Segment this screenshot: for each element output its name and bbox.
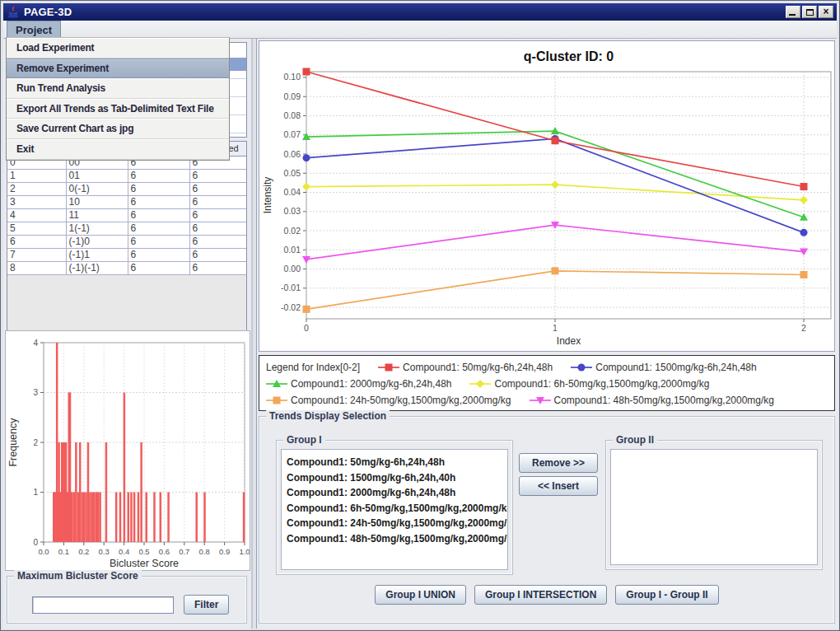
legend-entry-label: Compound1: 24h-50mg/kg,1500mg/kg,2000mg/… xyxy=(291,393,511,408)
group1-item[interactable]: Compound1: 24h-50mg/kg,1500mg/kg,2000mg/… xyxy=(287,516,507,531)
legend-marker-icon xyxy=(378,362,399,372)
svg-text:Bicluster Score: Bicluster Score xyxy=(110,558,179,569)
pattern-row[interactable]: 8(-1)(-1)66 xyxy=(7,261,247,274)
svg-text:0.6: 0.6 xyxy=(159,547,170,556)
right-panel: q-Cluster ID: 00.100.090.080.070.060.050… xyxy=(256,39,838,629)
svg-text:0.01: 0.01 xyxy=(284,245,301,255)
minimize-button[interactable] xyxy=(786,6,800,18)
legend-marker-icon xyxy=(530,395,551,405)
svg-text:0.2: 0.2 xyxy=(78,547,89,556)
menu-bar: Project xyxy=(3,21,837,39)
legend-entry: Compound1: 24h-50mg/kg,1500mg/kg,2000mg/… xyxy=(266,393,511,408)
java-cup-icon xyxy=(7,6,20,19)
svg-text:0.05: 0.05 xyxy=(284,168,301,178)
svg-text:2: 2 xyxy=(801,323,806,333)
svg-text:0.00: 0.00 xyxy=(284,264,301,273)
trend-chart-panel: q-Cluster ID: 00.100.090.080.070.060.050… xyxy=(259,40,835,352)
legend-entry: Compound1: 6h-50mg/kg,1500mg/kg,2000mg/k… xyxy=(469,376,709,391)
legend-entry-label: Compound1: 1500mg/kg-6h,24h,48h xyxy=(595,360,756,375)
remove-button[interactable]: Remove >> xyxy=(519,453,598,473)
legend-entry: Compound1: 50mg/kg-6h,24h,48h xyxy=(378,360,553,375)
menu-item-remove-experiment[interactable]: Remove Experiment xyxy=(7,58,229,79)
svg-text:0.02: 0.02 xyxy=(284,226,301,236)
minimize-icon xyxy=(789,14,796,16)
svg-text:Intensity: Intensity xyxy=(262,177,273,214)
close-icon: × xyxy=(823,7,828,16)
legend-marker-icon xyxy=(266,379,287,389)
pattern-row[interactable]: 51(-1)66 xyxy=(7,222,247,235)
svg-text:0.07: 0.07 xyxy=(284,129,301,139)
pattern-row[interactable]: 20(-1)66 xyxy=(7,182,247,195)
legend-entry: Compound1: 1500mg/kg-6h,24h,48h xyxy=(571,360,756,375)
pattern-row[interactable]: 41166 xyxy=(7,208,247,222)
svg-text:1: 1 xyxy=(33,488,38,497)
legend-entry-label: Compound1: 48h-50mg/kg,1500mg/kg,2000mg/… xyxy=(554,393,775,408)
svg-text:3: 3 xyxy=(33,388,38,397)
pattern-row[interactable]: 6(-1)066 xyxy=(7,235,247,248)
pattern-table: ed 000661016620(-1)66310664116651(-1)666… xyxy=(7,142,247,275)
group1-item[interactable]: Compound1: 2000mg/kg-6h,24h,48h xyxy=(287,485,507,501)
svg-text:0.3: 0.3 xyxy=(99,547,110,556)
group1-minus-group2-button[interactable]: Group I - Group II xyxy=(615,585,718,605)
menu-item-load-experiment[interactable]: Load Experiment xyxy=(7,38,229,58)
trend-chart: q-Cluster ID: 00.100.090.080.070.060.050… xyxy=(259,41,834,351)
app-window: PAGE-3D × Project ed xyxy=(0,0,840,631)
svg-text:0.8: 0.8 xyxy=(199,547,210,556)
menu-project[interactable]: Project xyxy=(7,21,61,38)
svg-text:1: 1 xyxy=(553,323,558,333)
close-button[interactable]: × xyxy=(819,6,833,18)
trends-display-title: Trends Display Selection xyxy=(266,410,390,422)
bicluster-histogram: 012340.00.10.20.30.40.50.60.70.80.91.0Bi… xyxy=(6,331,250,570)
svg-text:-0.01: -0.01 xyxy=(281,283,301,292)
legend-title: Legend for Index[0-2] xyxy=(266,360,360,375)
maximize-icon xyxy=(806,9,814,16)
group1-box: Group I Compound1: 50mg/kg-6h,24h,48hCom… xyxy=(276,440,513,575)
pattern-table-panel: ed 000661016620(-1)66310664116651(-1)666… xyxy=(7,141,247,360)
svg-text:4: 4 xyxy=(33,339,38,348)
svg-text:q-Cluster ID: 0: q-Cluster ID: 0 xyxy=(524,49,614,63)
filter-button[interactable]: Filter xyxy=(184,595,229,615)
svg-text:-0.02: -0.02 xyxy=(281,302,301,312)
svg-text:Index: Index xyxy=(557,335,581,347)
menu-item-save-current-chart-as-jpg[interactable]: Save Current Chart as jpg xyxy=(7,119,229,139)
svg-text:Frequency: Frequency xyxy=(7,418,19,467)
pattern-row[interactable]: 31066 xyxy=(7,195,247,208)
group1-item[interactable]: Compound1: 6h-50mg/kg,1500mg/kg,2000mg/k… xyxy=(287,501,507,516)
max-bicluster-panel: Maximum Bicluster Score Filter xyxy=(7,576,247,624)
pattern-row[interactable]: 10166 xyxy=(7,169,247,182)
menu-item-export-all-trends-as-tab-delimited-text-file[interactable]: Export All Trends as Tab-Delimited Text … xyxy=(7,99,229,119)
pattern-row[interactable]: 7(-1)166 xyxy=(7,248,247,261)
svg-text:0: 0 xyxy=(304,323,309,333)
svg-text:0.03: 0.03 xyxy=(284,206,301,216)
legend-marker-icon xyxy=(266,395,287,405)
legend-panel: Legend for Index[0-2] Compound1: 50mg/kg… xyxy=(259,355,835,411)
insert-button[interactable]: << Insert xyxy=(519,476,598,496)
svg-text:0.10: 0.10 xyxy=(284,72,301,82)
max-score-input[interactable] xyxy=(32,596,174,614)
svg-text:0.0: 0.0 xyxy=(38,547,49,556)
svg-text:0.06: 0.06 xyxy=(284,149,301,159)
group1-item[interactable]: Compound1: 48h-50mg/kg,1500mg/kg,2000mg/… xyxy=(287,531,507,547)
window-title: PAGE-3D xyxy=(24,6,72,18)
title-bar[interactable]: PAGE-3D × xyxy=(3,3,837,21)
group1-item[interactable]: Compound1: 50mg/kg-6h,24h,48h xyxy=(287,455,507,470)
group1-union-button[interactable]: Group I UNION xyxy=(375,585,466,605)
project-menu-popup: Load ExperimentRemove ExperimentRun Tren… xyxy=(6,37,230,161)
svg-text:0.08: 0.08 xyxy=(284,110,301,120)
legend-entry: Compound1: 48h-50mg/kg,1500mg/kg,2000mg/… xyxy=(530,393,775,408)
svg-text:1.0: 1.0 xyxy=(239,547,250,556)
maximize-button[interactable] xyxy=(802,6,817,18)
group2-list[interactable] xyxy=(610,449,818,565)
menu-item-exit[interactable]: Exit xyxy=(7,139,229,160)
legend-entry: Compound1: 2000mg/kg-6h,24h,48h xyxy=(266,376,451,391)
svg-text:0.04: 0.04 xyxy=(284,187,301,197)
group1-item[interactable]: Compound1: 1500mg/kg-6h,24h,40h xyxy=(287,470,507,486)
menu-item-run-trend-analysis[interactable]: Run Trend Analysis xyxy=(7,78,229,99)
group1-title: Group I xyxy=(283,434,325,446)
legend-marker-icon xyxy=(469,379,491,389)
trends-display-panel: Trends Display Selection Group I Compoun… xyxy=(259,416,835,624)
legend-entry-label: Compound1: 50mg/kg-6h,24h,48h xyxy=(403,360,553,375)
svg-text:0.9: 0.9 xyxy=(219,547,230,556)
group1-intersection-button[interactable]: Group I INTERSECTION xyxy=(474,585,607,605)
group1-list[interactable]: Compound1: 50mg/kg-6h,24h,48hCompound1: … xyxy=(281,449,508,570)
